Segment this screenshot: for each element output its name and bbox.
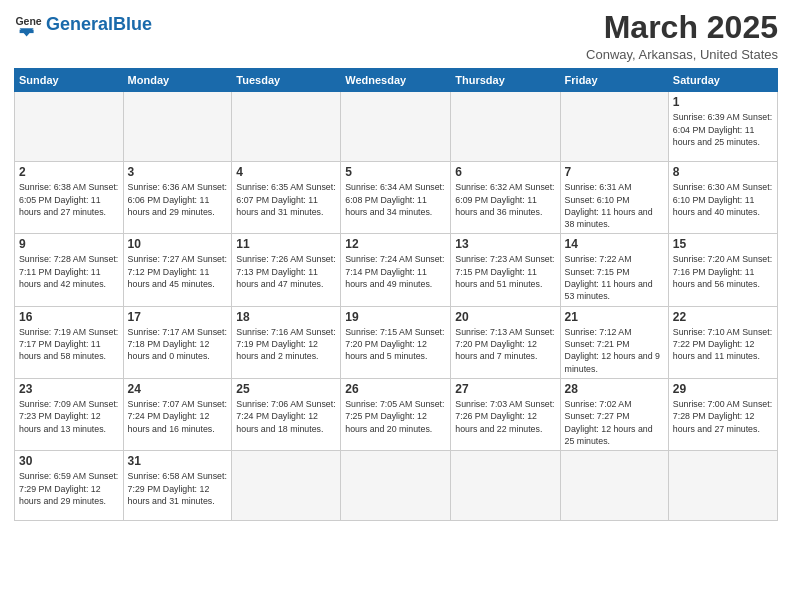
- table-row: 20Sunrise: 7:13 AM Sunset: 7:20 PM Dayli…: [451, 306, 560, 378]
- generalblue-logo-icon: General: [14, 10, 42, 38]
- table-row: [123, 92, 232, 162]
- day-number: 29: [673, 382, 773, 396]
- table-row: 26Sunrise: 7:05 AM Sunset: 7:25 PM Dayli…: [341, 378, 451, 450]
- header-monday: Monday: [123, 69, 232, 92]
- day-info: Sunrise: 6:58 AM Sunset: 7:29 PM Dayligh…: [128, 470, 228, 507]
- table-row: 30Sunrise: 6:59 AM Sunset: 7:29 PM Dayli…: [15, 451, 124, 521]
- day-number: 27: [455, 382, 555, 396]
- table-row: 31Sunrise: 6:58 AM Sunset: 7:29 PM Dayli…: [123, 451, 232, 521]
- table-row: 19Sunrise: 7:15 AM Sunset: 7:20 PM Dayli…: [341, 306, 451, 378]
- day-info: Sunrise: 6:32 AM Sunset: 6:09 PM Dayligh…: [455, 181, 555, 218]
- table-row: 22Sunrise: 7:10 AM Sunset: 7:22 PM Dayli…: [668, 306, 777, 378]
- month-title: March 2025: [586, 10, 778, 45]
- header-thursday: Thursday: [451, 69, 560, 92]
- table-row: 8Sunrise: 6:30 AM Sunset: 6:10 PM Daylig…: [668, 162, 777, 234]
- table-row: 27Sunrise: 7:03 AM Sunset: 7:26 PM Dayli…: [451, 378, 560, 450]
- day-number: 26: [345, 382, 446, 396]
- day-number: 24: [128, 382, 228, 396]
- table-row: 29Sunrise: 7:00 AM Sunset: 7:28 PM Dayli…: [668, 378, 777, 450]
- svg-text:General: General: [15, 15, 42, 27]
- header-wednesday: Wednesday: [341, 69, 451, 92]
- day-number: 3: [128, 165, 228, 179]
- table-row: [560, 92, 668, 162]
- table-row: 5Sunrise: 6:34 AM Sunset: 6:08 PM Daylig…: [341, 162, 451, 234]
- day-info: Sunrise: 7:03 AM Sunset: 7:26 PM Dayligh…: [455, 398, 555, 435]
- location-title: Conway, Arkansas, United States: [586, 47, 778, 62]
- table-row: [341, 92, 451, 162]
- table-row: [451, 451, 560, 521]
- table-row: 9Sunrise: 7:28 AM Sunset: 7:11 PM Daylig…: [15, 234, 124, 306]
- day-info: Sunrise: 6:30 AM Sunset: 6:10 PM Dayligh…: [673, 181, 773, 218]
- svg-rect-2: [20, 30, 34, 33]
- logo-text: GeneralBlue: [46, 15, 152, 33]
- day-number: 10: [128, 237, 228, 251]
- logo-general: General: [46, 14, 113, 34]
- day-number: 31: [128, 454, 228, 468]
- calendar: Sunday Monday Tuesday Wednesday Thursday…: [14, 68, 778, 521]
- day-number: 16: [19, 310, 119, 324]
- day-info: Sunrise: 7:02 AM Sunset: 7:27 PM Dayligh…: [565, 398, 664, 447]
- day-number: 17: [128, 310, 228, 324]
- table-row: [451, 92, 560, 162]
- day-info: Sunrise: 6:38 AM Sunset: 6:05 PM Dayligh…: [19, 181, 119, 218]
- day-info: Sunrise: 7:16 AM Sunset: 7:19 PM Dayligh…: [236, 326, 336, 363]
- table-row: 2Sunrise: 6:38 AM Sunset: 6:05 PM Daylig…: [15, 162, 124, 234]
- day-info: Sunrise: 7:28 AM Sunset: 7:11 PM Dayligh…: [19, 253, 119, 290]
- day-info: Sunrise: 7:00 AM Sunset: 7:28 PM Dayligh…: [673, 398, 773, 435]
- day-number: 15: [673, 237, 773, 251]
- day-info: Sunrise: 7:22 AM Sunset: 7:15 PM Dayligh…: [565, 253, 664, 302]
- table-row: 3Sunrise: 6:36 AM Sunset: 6:06 PM Daylig…: [123, 162, 232, 234]
- day-number: 2: [19, 165, 119, 179]
- table-row: 1Sunrise: 6:39 AM Sunset: 6:04 PM Daylig…: [668, 92, 777, 162]
- table-row: 21Sunrise: 7:12 AM Sunset: 7:21 PM Dayli…: [560, 306, 668, 378]
- day-number: 18: [236, 310, 336, 324]
- day-number: 19: [345, 310, 446, 324]
- table-row: 13Sunrise: 7:23 AM Sunset: 7:15 PM Dayli…: [451, 234, 560, 306]
- day-info: Sunrise: 7:12 AM Sunset: 7:21 PM Dayligh…: [565, 326, 664, 375]
- table-row: 12Sunrise: 7:24 AM Sunset: 7:14 PM Dayli…: [341, 234, 451, 306]
- table-row: 24Sunrise: 7:07 AM Sunset: 7:24 PM Dayli…: [123, 378, 232, 450]
- table-row: 4Sunrise: 6:35 AM Sunset: 6:07 PM Daylig…: [232, 162, 341, 234]
- day-info: Sunrise: 6:36 AM Sunset: 6:06 PM Dayligh…: [128, 181, 228, 218]
- weekday-header-row: Sunday Monday Tuesday Wednesday Thursday…: [15, 69, 778, 92]
- table-row: [341, 451, 451, 521]
- header-area: General GeneralBlue March 2025 Conway, A…: [14, 10, 778, 62]
- title-area: March 2025 Conway, Arkansas, United Stat…: [586, 10, 778, 62]
- table-row: 6Sunrise: 6:32 AM Sunset: 6:09 PM Daylig…: [451, 162, 560, 234]
- table-row: [668, 451, 777, 521]
- day-number: 7: [565, 165, 664, 179]
- day-info: Sunrise: 7:23 AM Sunset: 7:15 PM Dayligh…: [455, 253, 555, 290]
- day-info: Sunrise: 7:10 AM Sunset: 7:22 PM Dayligh…: [673, 326, 773, 363]
- day-info: Sunrise: 6:31 AM Sunset: 6:10 PM Dayligh…: [565, 181, 664, 230]
- day-number: 20: [455, 310, 555, 324]
- table-row: 10Sunrise: 7:27 AM Sunset: 7:12 PM Dayli…: [123, 234, 232, 306]
- day-info: Sunrise: 6:39 AM Sunset: 6:04 PM Dayligh…: [673, 111, 773, 148]
- header-tuesday: Tuesday: [232, 69, 341, 92]
- day-info: Sunrise: 7:06 AM Sunset: 7:24 PM Dayligh…: [236, 398, 336, 435]
- table-row: 28Sunrise: 7:02 AM Sunset: 7:27 PM Dayli…: [560, 378, 668, 450]
- table-row: [15, 92, 124, 162]
- day-number: 1: [673, 95, 773, 109]
- day-info: Sunrise: 6:59 AM Sunset: 7:29 PM Dayligh…: [19, 470, 119, 507]
- table-row: 18Sunrise: 7:16 AM Sunset: 7:19 PM Dayli…: [232, 306, 341, 378]
- day-info: Sunrise: 7:09 AM Sunset: 7:23 PM Dayligh…: [19, 398, 119, 435]
- day-number: 22: [673, 310, 773, 324]
- day-number: 4: [236, 165, 336, 179]
- day-info: Sunrise: 6:35 AM Sunset: 6:07 PM Dayligh…: [236, 181, 336, 218]
- day-info: Sunrise: 7:15 AM Sunset: 7:20 PM Dayligh…: [345, 326, 446, 363]
- day-info: Sunrise: 7:26 AM Sunset: 7:13 PM Dayligh…: [236, 253, 336, 290]
- day-number: 6: [455, 165, 555, 179]
- table-row: [232, 92, 341, 162]
- day-number: 5: [345, 165, 446, 179]
- header-sunday: Sunday: [15, 69, 124, 92]
- day-number: 30: [19, 454, 119, 468]
- day-info: Sunrise: 6:34 AM Sunset: 6:08 PM Dayligh…: [345, 181, 446, 218]
- day-info: Sunrise: 7:27 AM Sunset: 7:12 PM Dayligh…: [128, 253, 228, 290]
- day-number: 8: [673, 165, 773, 179]
- table-row: 17Sunrise: 7:17 AM Sunset: 7:18 PM Dayli…: [123, 306, 232, 378]
- day-number: 14: [565, 237, 664, 251]
- table-row: [560, 451, 668, 521]
- table-row: 23Sunrise: 7:09 AM Sunset: 7:23 PM Dayli…: [15, 378, 124, 450]
- day-info: Sunrise: 7:07 AM Sunset: 7:24 PM Dayligh…: [128, 398, 228, 435]
- day-info: Sunrise: 7:19 AM Sunset: 7:17 PM Dayligh…: [19, 326, 119, 363]
